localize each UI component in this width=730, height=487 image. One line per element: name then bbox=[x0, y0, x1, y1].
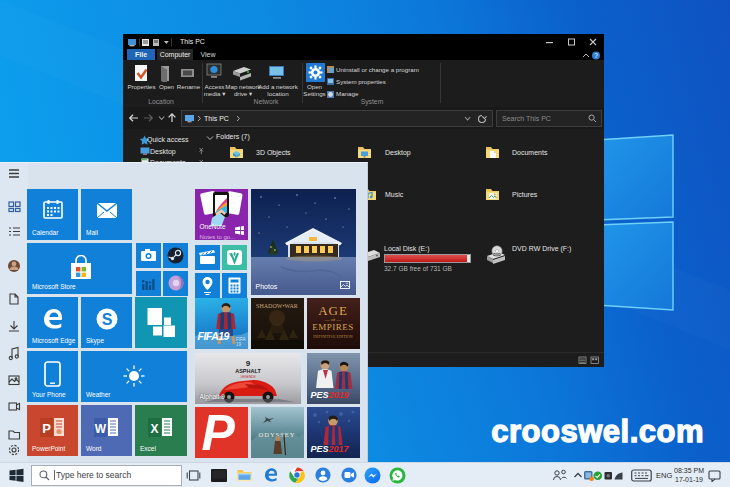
svg-text:X: X bbox=[150, 422, 158, 436]
svg-text:DVD: DVD bbox=[493, 253, 501, 257]
svg-text:ASPHALT: ASPHALT bbox=[235, 368, 261, 374]
svg-text:S: S bbox=[102, 311, 113, 328]
svg-text:9: 9 bbox=[245, 359, 250, 368]
svg-text:P: P bbox=[42, 421, 51, 436]
svg-text:LEGENDS: LEGENDS bbox=[240, 374, 255, 378]
svg-text:?: ? bbox=[594, 52, 598, 59]
svg-text:SHADOW•WAR: SHADOW•WAR bbox=[256, 303, 298, 309]
svg-text:W: W bbox=[95, 422, 107, 436]
